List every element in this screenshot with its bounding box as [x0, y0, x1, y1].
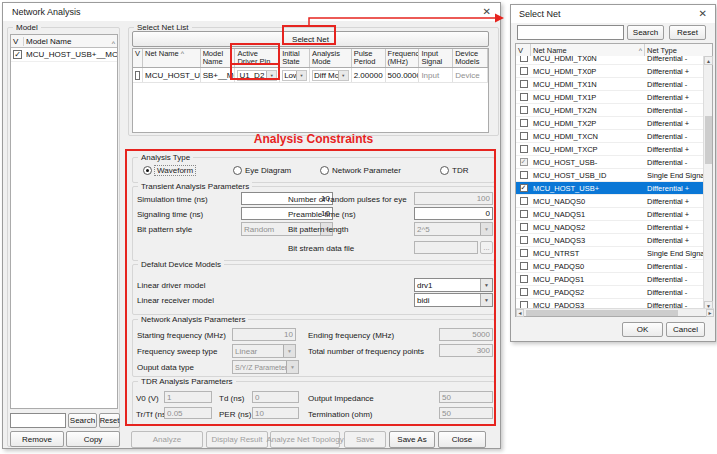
net-item-checkbox[interactable] — [520, 197, 528, 205]
vertical-scrollbar[interactable]: ▲ ▼ — [703, 56, 712, 310]
net-search-input[interactable] — [517, 25, 624, 40]
net-item-checkbox[interactable] — [520, 56, 528, 62]
chevron-down-icon[interactable] — [480, 279, 492, 291]
model-row-checkbox[interactable] — [13, 50, 22, 59]
net-list-item[interactable]: MCU_PADQS0Differential - — [516, 260, 704, 273]
net-list-item[interactable]: MCU_HOST_USB_IDSingle End Signa — [516, 169, 704, 182]
net-list-column-header[interactable]: Net Name — [143, 49, 201, 67]
net-list-item[interactable]: MCU_NADQS3Differential + — [516, 234, 704, 247]
net-list-column-header[interactable]: Pulse Period — [352, 49, 386, 67]
net-reset-button[interactable]: Reset — [669, 25, 706, 40]
analysis-mode-combo[interactable]: Diff Mo — [312, 70, 349, 81]
save-as-button[interactable]: Save As — [389, 431, 435, 448]
net-item-checkbox[interactable] — [520, 236, 528, 244]
active-driver-pin-combo[interactable]: U1_D2 — [237, 70, 277, 81]
net-item-checkbox[interactable] — [520, 275, 528, 283]
net-item-checkbox[interactable] — [520, 158, 528, 166]
close-icon[interactable] — [483, 7, 491, 17]
radio-eye-diagram[interactable]: Eye Diagram — [233, 166, 291, 175]
net-list-column-header[interactable]: Input Signal — [419, 49, 453, 67]
vertical-scroll-thumb[interactable] — [705, 116, 712, 164]
net-list-column-header[interactable]: Model Name — [201, 49, 236, 67]
net-rows-viewport: MCU_HDMI_TX0NDifferential -MCU_HDMI_TX0P… — [516, 56, 704, 310]
net-item-checkbox[interactable] — [520, 288, 528, 296]
net-list-item[interactable]: MCU_HDMI_TX0NDifferential - — [516, 56, 704, 65]
linear-driver-combo[interactable]: drv1 — [414, 278, 493, 292]
net-search-button[interactable]: Search — [627, 25, 664, 40]
net-list-item[interactable]: MCU_HDMI_TX1NDifferential - — [516, 78, 704, 91]
net-item-checkbox[interactable] — [520, 223, 528, 231]
model-search-button[interactable]: Search — [68, 413, 97, 428]
radio-icon[interactable] — [440, 166, 449, 175]
radio-icon[interactable] — [143, 166, 152, 175]
chevron-down-icon[interactable] — [338, 71, 348, 80]
net-list-column-header[interactable]: Active Driver Pin — [235, 49, 280, 67]
net-item-checkbox[interactable] — [520, 171, 528, 179]
model-row[interactable]: MCU_HOST_USB+__MCU_H — [11, 48, 117, 62]
net-item-checkbox[interactable] — [520, 262, 528, 270]
ok-button[interactable]: OK — [622, 322, 663, 337]
close-button[interactable]: Close — [438, 431, 486, 448]
radio-icon[interactable] — [233, 166, 242, 175]
preamble-time-input[interactable] — [414, 207, 493, 220]
net-col-type[interactable]: Net Type — [645, 44, 703, 56]
net-item-checkbox[interactable] — [520, 119, 528, 127]
net-list-item[interactable]: MCU_HOST_USB+Differential + — [516, 182, 704, 195]
net-item-checkbox[interactable] — [520, 106, 528, 114]
initial-state-combo[interactable]: Low — [282, 70, 307, 81]
chevron-down-icon[interactable] — [296, 71, 306, 80]
model-col-check[interactable]: V — [11, 37, 24, 46]
horizontal-scrollbar[interactable]: ◄ ► — [516, 308, 714, 316]
net-item-checkbox[interactable] — [520, 249, 528, 257]
net-list-item[interactable]: MCU_HDMI_TXCNDifferential - — [516, 130, 704, 143]
net-list-item[interactable]: MCU_PADQS2Differential - — [516, 286, 704, 299]
chevron-down-icon[interactable] — [480, 294, 492, 306]
model-search-input[interactable] — [10, 413, 66, 428]
net-col-name[interactable]: Net Name — [531, 44, 645, 56]
net-list-column-header[interactable]: Device Models — [453, 49, 488, 67]
net-list-column-header[interactable]: Analysis Mode — [310, 49, 352, 67]
net-list-item[interactable]: MCU_NADQS0Differential + — [516, 195, 704, 208]
net-list-item[interactable]: MCU_HDMI_TX0PDifferential + — [516, 65, 704, 78]
net-list-item[interactable]: MCU_HDMI_TXCPDifferential + — [516, 143, 704, 156]
model-reset-button[interactable]: Reset — [99, 413, 120, 428]
net-item-checkbox[interactable] — [520, 184, 528, 192]
net-item-checkbox[interactable] — [520, 67, 528, 75]
dialog-close-icon[interactable] — [699, 9, 707, 19]
remove-button[interactable]: Remove — [10, 431, 64, 447]
net-list-item[interactable]: MCU_NTRSTSingle End Signa — [516, 247, 704, 260]
radio-tdr[interactable]: TDR — [440, 166, 468, 175]
radio-network-parameter[interactable]: Network Parameter — [320, 166, 401, 175]
net-list-column-header[interactable]: V — [133, 49, 143, 67]
net-list-item[interactable]: MCU_HDMI_TX2NDifferential - — [516, 104, 704, 117]
horizontal-scroll-thumb[interactable] — [526, 310, 678, 316]
radio-waveform[interactable]: Waveform — [143, 166, 195, 175]
scroll-left-icon[interactable]: ◄ — [516, 309, 524, 317]
net-item-checkbox[interactable] — [520, 80, 528, 88]
net-list-item[interactable]: MCU_NADQS1Differential + — [516, 208, 704, 221]
net-item-checkbox[interactable] — [520, 93, 528, 101]
net-list-column-header[interactable]: Frequency (MHz) — [386, 49, 420, 67]
net-item-checkbox[interactable] — [520, 132, 528, 140]
model-col-name[interactable]: Model Name — [24, 37, 112, 46]
net-col-check[interactable]: V — [516, 44, 531, 56]
net-row-checkbox[interactable] — [135, 71, 140, 80]
scroll-right-icon[interactable]: ► — [706, 309, 714, 317]
net-item-checkbox[interactable] — [520, 210, 528, 218]
net-list-item[interactable]: MCU_HOST_USB-Differential - — [516, 156, 704, 169]
radio-icon[interactable] — [320, 166, 329, 175]
net-item-type: Single End Signa — [645, 249, 704, 258]
linear-receiver-combo[interactable]: bidi — [414, 293, 493, 307]
chevron-down-icon[interactable] — [266, 71, 276, 80]
copy-button[interactable]: Copy — [66, 431, 120, 447]
net-list-row[interactable]: MCU_HOST_USBSB+__MCU1_D2LowDiff Mo2.0000… — [133, 68, 488, 83]
net-list-item[interactable]: MCU_HDMI_TX2PDifferential + — [516, 117, 704, 130]
net-list-item[interactable]: MCU_NADQS2Differential + — [516, 221, 704, 234]
select-net-button[interactable]: Select Net — [132, 31, 489, 47]
cancel-button[interactable]: Cancel — [666, 322, 705, 337]
scroll-up-icon[interactable]: ▲ — [704, 56, 713, 65]
net-list-item[interactable]: MCU_HDMI_TX1PDifferential + — [516, 91, 704, 104]
net-list-column-header[interactable]: Initial State — [280, 49, 310, 67]
net-list-item[interactable]: MCU_PADQS1Differential - — [516, 273, 704, 286]
net-item-checkbox[interactable] — [520, 145, 528, 153]
